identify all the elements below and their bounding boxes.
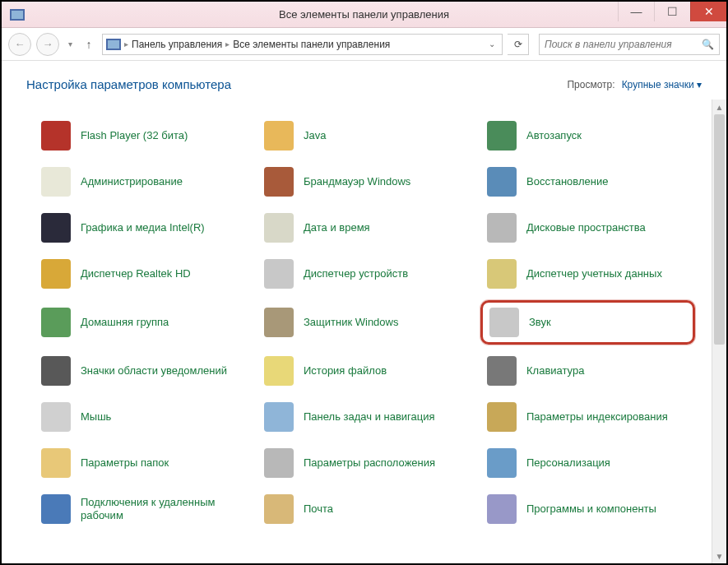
flash-player-icon — [41, 121, 71, 151]
cp-item-folder-options[interactable]: Параметры папок — [35, 443, 249, 483]
titlebar: Все элементы панели управления — ☐ ✕ — [2, 2, 726, 28]
cp-item-notification-icons[interactable]: Значки области уведомлений — [35, 351, 249, 391]
address-bar[interactable]: ▸ Панель управления ▸ Все элементы панел… — [102, 34, 503, 55]
cp-item-label: Flash Player (32 бита) — [81, 129, 188, 142]
control-panel-icon — [106, 39, 121, 50]
date-time-icon — [264, 213, 294, 243]
navbar: ← → ▾ ↑ ▸ Панель управления ▸ Все элемен… — [2, 28, 726, 61]
cp-item-storage-spaces[interactable]: Дисковые пространства — [480, 208, 695, 248]
notification-icons-icon — [41, 356, 71, 386]
intel-graphics-icon — [41, 213, 71, 243]
search-icon: 🔍 — [702, 39, 714, 50]
defender-icon — [264, 308, 294, 337]
scroll-thumb[interactable] — [714, 114, 725, 345]
cp-item-label: Администрирование — [81, 175, 183, 188]
cp-item-label: Программы и компоненты — [526, 502, 656, 516]
cp-item-label: Значки области уведомлений — [81, 364, 227, 377]
cp-item-keyboard[interactable]: Клавиатура — [480, 351, 695, 391]
up-button[interactable]: ↑ — [81, 38, 97, 51]
search-box[interactable]: 🔍 — [539, 34, 720, 55]
cp-item-label: Почта — [304, 502, 333, 516]
cp-item-label: Восстановление — [526, 175, 608, 188]
history-dropdown[interactable]: ▾ — [64, 39, 76, 49]
maximize-button[interactable]: ☐ — [654, 2, 690, 21]
cp-item-autorun[interactable]: Автозапуск — [480, 116, 695, 155]
cp-item-label: Автозапуск — [526, 129, 582, 142]
keyboard-icon — [487, 356, 517, 386]
scrollbar[interactable]: ▲ ▼ — [712, 100, 726, 563]
cp-item-label: Дисковые пространства — [526, 221, 646, 234]
cp-item-label: Клавиатура — [526, 364, 584, 377]
realtek-icon — [41, 259, 71, 289]
cp-item-label: Мышь — [81, 410, 111, 424]
folder-options-icon — [41, 448, 71, 478]
cp-item-firewall[interactable]: Брандмауэр Windows — [257, 162, 472, 201]
cp-item-defender[interactable]: Защитник Windows — [257, 300, 472, 345]
cp-item-flash-player[interactable]: Flash Player (32 бита) — [35, 116, 249, 155]
cp-item-device-manager[interactable]: Диспетчер устройств — [257, 254, 472, 294]
storage-spaces-icon — [487, 213, 517, 243]
cp-item-file-history[interactable]: История файлов — [257, 351, 472, 391]
sound-icon — [489, 308, 519, 337]
cp-item-label: Подключения к удаленным рабочим — [81, 496, 243, 521]
cp-item-remote-app[interactable]: Подключения к удаленным рабочим — [35, 489, 249, 529]
cp-item-admin-tools[interactable]: Администрирование — [35, 162, 249, 201]
cp-item-realtek[interactable]: Диспетчер Realtek HD — [35, 254, 249, 294]
page-title: Настройка параметров компьютера — [26, 77, 231, 91]
cp-item-mail[interactable]: Почта — [257, 489, 472, 529]
breadcrumb-current[interactable]: Все элементы панели управления — [233, 39, 390, 50]
breadcrumb-root[interactable]: Панель управления — [132, 39, 222, 50]
cp-item-label: Параметры индексирования — [526, 410, 668, 424]
cp-item-label: История файлов — [304, 364, 387, 377]
cp-item-indexing[interactable]: Параметры индексирования — [480, 397, 695, 437]
items-grid: Flash Player (32 бита)JavaАвтозапускАдми… — [2, 100, 712, 563]
cp-item-mouse[interactable]: Мышь — [35, 397, 249, 437]
credential-manager-icon — [487, 259, 517, 289]
programs-icon — [487, 494, 517, 524]
indexing-icon — [487, 402, 517, 432]
mouse-icon — [41, 402, 71, 432]
cp-item-sound[interactable]: Звук — [480, 300, 695, 345]
cp-item-label: Защитник Windows — [304, 316, 398, 329]
cp-item-label: Параметры папок — [81, 456, 169, 470]
window-title: Все элементы панели управления — [279, 8, 449, 21]
cp-item-label: Диспетчер учетных данных — [526, 267, 662, 280]
cp-item-programs[interactable]: Программы и компоненты — [480, 489, 695, 529]
cp-item-label: Параметры расположения — [304, 456, 435, 470]
scroll-down-button[interactable]: ▼ — [712, 549, 726, 563]
back-button[interactable]: ← — [8, 33, 31, 56]
chevron-right-icon: ▸ — [225, 39, 230, 49]
device-manager-icon — [264, 259, 294, 289]
view-label: Просмотр: — [567, 79, 614, 90]
minimize-button[interactable]: — — [618, 2, 654, 21]
refresh-button[interactable]: ⟳ — [508, 34, 529, 55]
personalization-icon — [487, 448, 517, 478]
cp-item-label: Персонализация — [526, 456, 610, 470]
cp-item-credential-manager[interactable]: Диспетчер учетных данных — [480, 254, 695, 294]
chevron-right-icon: ▸ — [124, 39, 128, 49]
cp-item-label: Брандмауэр Windows — [304, 175, 410, 188]
scroll-up-button[interactable]: ▲ — [712, 100, 726, 114]
cp-item-homegroup[interactable]: Домашняя группа — [35, 300, 249, 345]
cp-item-personalization[interactable]: Персонализация — [480, 443, 695, 483]
search-input[interactable] — [545, 39, 697, 50]
cp-item-recovery[interactable]: Восстановление — [480, 162, 695, 201]
cp-item-location[interactable]: Параметры расположения — [257, 443, 472, 483]
cp-item-label: Графика и медиа Intel(R) — [81, 221, 205, 234]
cp-item-intel-graphics[interactable]: Графика и медиа Intel(R) — [35, 208, 249, 248]
forward-button[interactable]: → — [36, 33, 59, 56]
address-dropdown[interactable]: ⌄ — [485, 39, 498, 49]
cp-item-label: Дата и время — [304, 221, 370, 234]
remote-app-icon — [41, 494, 71, 524]
cp-item-label: Диспетчер устройств — [304, 267, 408, 280]
taskbar-icon — [264, 402, 294, 432]
cp-item-label: Диспетчер Realtek HD — [81, 267, 191, 280]
close-button[interactable]: ✕ — [690, 2, 726, 21]
mail-icon — [264, 494, 294, 524]
cp-item-date-time[interactable]: Дата и время — [257, 208, 472, 248]
cp-item-taskbar[interactable]: Панель задач и навигация — [257, 397, 472, 437]
view-selector[interactable]: Крупные значки ▾ — [622, 79, 702, 90]
cp-item-label: Панель задач и навигация — [304, 410, 435, 424]
file-history-icon — [264, 356, 294, 386]
cp-item-java[interactable]: Java — [257, 116, 472, 155]
